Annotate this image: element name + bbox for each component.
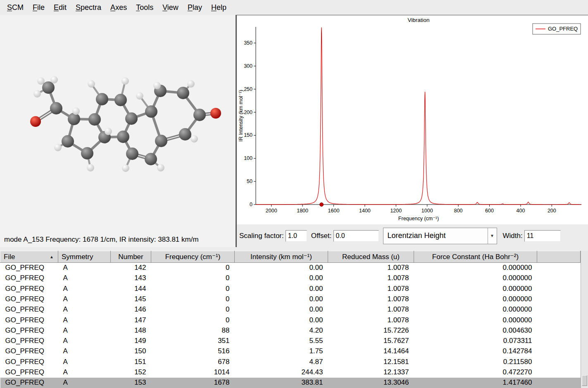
atom-h[interactable] xyxy=(187,80,195,88)
cell-force[interactable]: 0.142784 xyxy=(414,346,537,357)
cell-reduced[interactable]: 15.7627 xyxy=(328,336,414,346)
cell-symmetry[interactable]: A xyxy=(58,294,111,304)
cell-reduced[interactable]: 1.0078 xyxy=(328,283,414,294)
cell-filler[interactable] xyxy=(537,378,581,388)
cell-filler[interactable] xyxy=(537,305,581,315)
menu-item-view[interactable]: View xyxy=(158,0,183,15)
cell-frequency[interactable]: 0 xyxy=(151,305,235,315)
cell-intensity[interactable]: 244.43 xyxy=(235,367,328,377)
cell-number[interactable]: 152 xyxy=(111,367,151,377)
cell-symmetry[interactable]: A xyxy=(58,357,111,367)
cell-symmetry[interactable]: A xyxy=(58,325,111,336)
cell-intensity[interactable]: 5.55 xyxy=(235,336,328,346)
cell-number[interactable]: 142 xyxy=(111,263,151,273)
cell-file[interactable]: GO_PFREQ xyxy=(0,336,58,346)
column-header-number[interactable]: Number xyxy=(111,251,151,263)
cell-frequency[interactable]: 516 xyxy=(151,346,235,357)
cell-frequency[interactable]: 1014 xyxy=(151,367,235,377)
cell-filler[interactable] xyxy=(537,357,581,367)
atom-h[interactable] xyxy=(72,107,80,115)
cell-symmetry[interactable]: A xyxy=(58,346,111,357)
cell-file[interactable]: GO_PFREQ xyxy=(0,346,58,357)
column-header-frequency[interactable]: Frequency (cm⁻¹) xyxy=(151,251,235,263)
table-row[interactable]: GO_PFREQA148884.2015.72260.004630 xyxy=(0,325,581,336)
cell-intensity[interactable]: 0.00 xyxy=(235,263,328,273)
cell-filler[interactable] xyxy=(537,367,581,377)
lineshape-combobox[interactable]: Lorentzian Height ▼ xyxy=(383,228,497,244)
cell-filler[interactable] xyxy=(537,325,581,336)
cell-reduced[interactable]: 14.1464 xyxy=(328,346,414,357)
atom-c[interactable] xyxy=(88,113,101,126)
table-row[interactable]: GO_PFREQA1505161.7514.14640.142784 xyxy=(0,346,581,357)
scrollbar-thumb[interactable] xyxy=(582,375,587,386)
cell-reduced[interactable]: 1.0078 xyxy=(328,305,414,315)
cell-reduced[interactable]: 1.0078 xyxy=(328,263,414,273)
cell-file[interactable]: GO_PFREQ xyxy=(0,283,58,294)
cell-filler[interactable] xyxy=(537,336,581,346)
atom-c[interactable] xyxy=(50,102,62,114)
cell-force[interactable]: 0.004630 xyxy=(414,325,537,336)
cell-intensity[interactable]: 383.81 xyxy=(235,378,328,388)
atom-h[interactable] xyxy=(190,135,198,143)
cell-reduced[interactable]: 1.0078 xyxy=(328,273,414,283)
cell-frequency[interactable]: 0 xyxy=(151,315,235,325)
cell-force[interactable]: 0.073311 xyxy=(414,336,537,346)
table-row[interactable]: GO_PFREQA14500.001.00780.000000 xyxy=(0,294,581,304)
atom-c[interactable] xyxy=(155,135,167,147)
table-row[interactable]: GO_PFREQA1516784.8712.15810.211580 xyxy=(0,357,581,367)
cell-number[interactable]: 147 xyxy=(111,315,151,325)
atom-c[interactable] xyxy=(193,109,206,121)
cell-reduced[interactable]: 1.0078 xyxy=(328,315,414,325)
atom-c[interactable] xyxy=(42,81,55,94)
table-row[interactable]: GO_PFREQA1521014244.4312.13370.472270 xyxy=(0,367,581,377)
atom-h[interactable] xyxy=(54,144,62,151)
column-header-symmetry[interactable]: Symmetry xyxy=(58,251,111,263)
cell-number[interactable]: 151 xyxy=(111,357,151,367)
cell-symmetry[interactable]: A xyxy=(58,336,111,346)
width-input[interactable] xyxy=(524,230,561,242)
cell-number[interactable]: 148 xyxy=(111,325,151,336)
cell-filler[interactable] xyxy=(537,315,581,325)
cell-frequency[interactable]: 0 xyxy=(151,263,235,273)
cell-force[interactable]: 0.000000 xyxy=(414,305,537,315)
cell-file[interactable]: GO_PFREQ xyxy=(0,367,58,377)
table-vscrollbar[interactable] xyxy=(581,251,588,388)
cell-symmetry[interactable]: A xyxy=(58,315,111,325)
atom-c[interactable] xyxy=(117,131,129,143)
cell-frequency[interactable]: 88 xyxy=(151,325,235,336)
atom-c[interactable] xyxy=(125,112,138,125)
menu-item-edit[interactable]: Edit xyxy=(49,0,71,15)
cell-number[interactable]: 144 xyxy=(111,283,151,294)
spectrum-chart-svg[interactable]: 2000180016001400120010008006004002000501… xyxy=(237,15,588,224)
cell-force[interactable]: 0.211580 xyxy=(414,357,537,367)
cell-file[interactable]: GO_PFREQ xyxy=(0,357,58,367)
atom-o[interactable] xyxy=(210,108,221,119)
menu-item-axes[interactable]: Axes xyxy=(106,0,131,15)
cell-file[interactable]: GO_PFREQ xyxy=(0,305,58,315)
atom-h[interactable] xyxy=(121,77,129,85)
atom-h[interactable] xyxy=(88,80,95,88)
chevron-down-icon[interactable]: ▼ xyxy=(488,228,497,244)
atom-o[interactable] xyxy=(30,116,41,127)
cell-intensity[interactable]: 0.00 xyxy=(235,283,328,294)
table-row[interactable]: GO_PFREQA1531678383.8113.30461.417460 xyxy=(0,378,581,388)
table-row[interactable]: GO_PFREQA14400.001.00780.000000 xyxy=(0,283,581,294)
cell-file[interactable]: GO_PFREQ xyxy=(0,263,58,273)
cell-intensity[interactable]: 4.20 xyxy=(235,325,328,336)
cell-intensity[interactable]: 0.00 xyxy=(235,315,328,325)
atom-h[interactable] xyxy=(153,82,161,89)
cell-frequency[interactable]: 0 xyxy=(151,283,235,294)
cell-number[interactable]: 153 xyxy=(111,378,151,388)
cell-intensity[interactable]: 0.00 xyxy=(235,294,328,304)
cell-frequency[interactable]: 1678 xyxy=(151,378,235,388)
atom-c[interactable] xyxy=(96,93,108,105)
selected-mode-marker[interactable] xyxy=(320,203,324,207)
cell-number[interactable]: 143 xyxy=(111,273,151,283)
cell-file[interactable]: GO_PFREQ xyxy=(0,378,58,388)
cell-reduced[interactable]: 15.7226 xyxy=(328,325,414,336)
cell-filler[interactable] xyxy=(537,294,581,304)
cell-force[interactable]: 0.000000 xyxy=(414,294,537,304)
cell-force[interactable]: 0.472270 xyxy=(414,367,537,377)
cell-filler[interactable] xyxy=(537,283,581,294)
scaling-factor-input[interactable] xyxy=(286,230,307,242)
